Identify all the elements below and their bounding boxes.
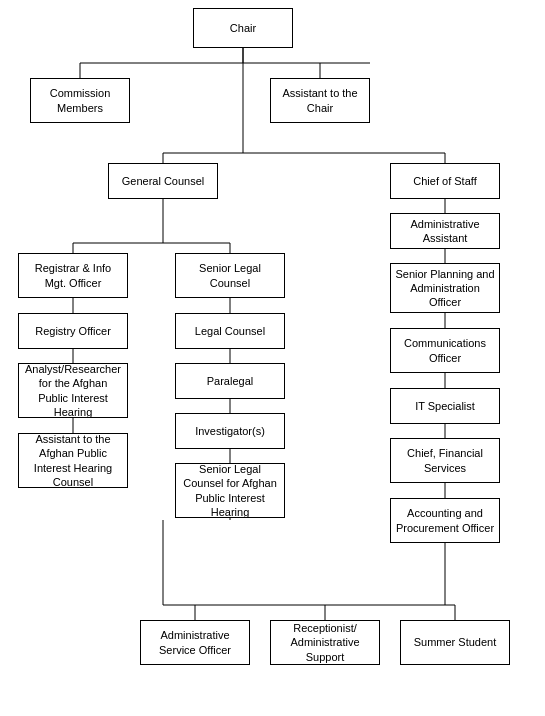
registrar-box: Registrar & Info Mgt. Officer	[18, 253, 128, 298]
senior-legal-box: Senior Legal Counsel	[175, 253, 285, 298]
commission-box: Commission Members	[30, 78, 130, 123]
legal-counsel-box: Legal Counsel	[175, 313, 285, 349]
chair-box: Chair	[193, 8, 293, 48]
accounting-box: Accounting and Procurement Officer	[390, 498, 500, 543]
admin-assistant-box: Administrative Assistant	[390, 213, 500, 249]
it-specialist-box: IT Specialist	[390, 388, 500, 424]
senior-afghan-box: Senior Legal Counsel for Afghan Public I…	[175, 463, 285, 518]
assistant-chair-box: Assistant to the Chair	[270, 78, 370, 123]
summer-box: Summer Student	[400, 620, 510, 665]
admin-service-box: Administrative Service Officer	[140, 620, 250, 665]
general-counsel-box: General Counsel	[108, 163, 218, 199]
assistant-afghan-box: Assistant to the Afghan Public Interest …	[18, 433, 128, 488]
investigators-box: Investigator(s)	[175, 413, 285, 449]
paralegal-box: Paralegal	[175, 363, 285, 399]
communications-box: Communications Officer	[390, 328, 500, 373]
chief-financial-box: Chief, Financial Services	[390, 438, 500, 483]
chief-staff-box: Chief of Staff	[390, 163, 500, 199]
receptionist-box: Receptionist/ Administrative Support	[270, 620, 380, 665]
registry-box: Registry Officer	[18, 313, 128, 349]
senior-planning-box: Senior Planning and Administration Offic…	[390, 263, 500, 313]
org-chart: Chair Commission Members Assistant to th…	[0, 0, 545, 716]
analyst-box: Analyst/Researcher for the Afghan Public…	[18, 363, 128, 418]
